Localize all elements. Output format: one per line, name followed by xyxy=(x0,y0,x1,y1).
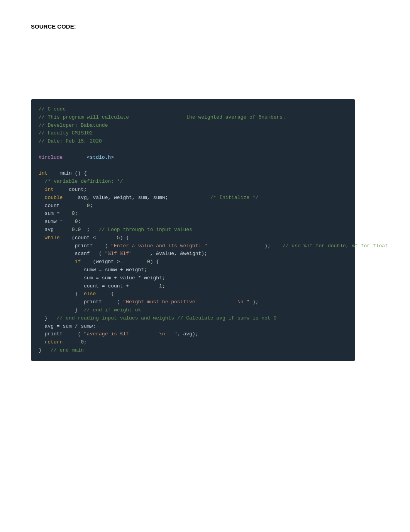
code-line-30: return 0; xyxy=(39,338,347,347)
code-line-1: // C code xyxy=(39,105,347,114)
code-line-25: printf ( "Weight must be positive \n " )… xyxy=(39,298,347,306)
code-line-29: printf ( "average is %lf \n ", avg); xyxy=(39,330,347,338)
code-line-13: count = 0; xyxy=(39,202,347,210)
code-line-26: } // end if weight ok xyxy=(39,306,347,314)
code-line-14: sum = 0; xyxy=(39,210,347,218)
code-line-21: sumw = sumw + weight; xyxy=(39,266,347,274)
code-line-15: sumw = 0; xyxy=(39,218,347,226)
code-line-17: while (count < 5) { xyxy=(39,234,347,242)
code-line-12: double avg, value, weight, sum, sumw; /*… xyxy=(39,194,347,202)
source-code-heading: SOURCE CODE: xyxy=(31,23,379,30)
code-line-9: int main () { xyxy=(39,170,347,178)
code-block: // C code // This program will calculate… xyxy=(31,99,355,361)
code-line-5: // Date: Feb 15, 2020 xyxy=(39,138,347,146)
code-line-4: // Faculty CMIS102 xyxy=(39,129,347,138)
code-line-7: #include <stdio.h> xyxy=(39,154,347,162)
code-line-31: } // end main xyxy=(39,347,347,355)
code-line-6 xyxy=(39,146,347,154)
code-line-19: scanf ( "%lf %lf" , &value, &weight); xyxy=(39,250,347,258)
code-line-11: int count; xyxy=(39,186,347,194)
code-line-27: } // end reading input values and weight… xyxy=(39,314,347,323)
code-line-18: printf ( "Enter a value and its weight: … xyxy=(39,242,347,250)
code-line-28: avg = sum / sumw; xyxy=(39,323,347,331)
code-line-10: /* variable definition: */ xyxy=(39,178,347,186)
code-line-2: // This program will calculate the weigh… xyxy=(39,114,347,122)
code-line-20: if (weight >= 0) { xyxy=(39,258,347,266)
code-line-3: // Developer: Babatunde xyxy=(39,122,347,130)
code-line-16: avg = 0.0 ; // Loop through to input val… xyxy=(39,226,347,234)
code-line-23: count = count + 1; xyxy=(39,282,347,291)
code-line-22: sum = sum + value * weight; xyxy=(39,274,347,282)
code-line-24: } else { xyxy=(39,290,347,298)
code-line-8 xyxy=(39,162,347,170)
